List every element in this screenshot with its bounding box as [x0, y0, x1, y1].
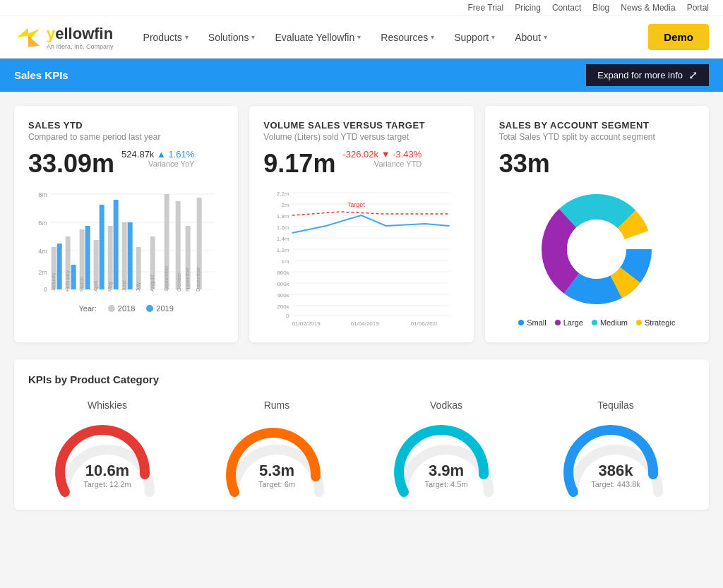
donut-svg — [533, 186, 660, 313]
rums-gauge-container: 5.3m Target: 6m — [220, 418, 333, 496]
svg-text:01/06/201!: 01/06/201! — [411, 320, 438, 327]
expand-button[interactable]: Expand for more info ⤢ — [586, 64, 709, 86]
svg-text:2m: 2m — [38, 269, 47, 276]
logo-icon — [14, 23, 42, 52]
contact-link[interactable]: Contact — [552, 3, 581, 13]
dashboard: SALES YTD Compared to same period last y… — [0, 92, 723, 524]
svg-rect-13 — [57, 244, 62, 289]
volume-sales-value: 9.17m — [263, 149, 335, 179]
product-kpis-section: KPIs by Product Category Whiskies 10.6m … — [14, 359, 709, 510]
small-dot — [518, 320, 524, 325]
line-chart-svg: 2.2m 2m 1.8m 1.6m 1.4m 1.2m 1m 800k 600k… — [263, 187, 459, 328]
top-bar: Free Trial Pricing Contact Blog News & M… — [0, 0, 723, 16]
svg-rect-21 — [114, 200, 119, 289]
svg-text:1.6m: 1.6m — [277, 224, 289, 231]
rums-gauge-value: 5.3m Target: 6m — [258, 463, 295, 488]
volume-sales-subtitle: Volume (Liters) sold YTD versus target — [263, 132, 459, 142]
svg-text:August: August — [149, 275, 155, 292]
svg-text:1.2m: 1.2m — [277, 247, 289, 253]
gauge-vodkas: Vodkas 3.9m Target: 4.5m — [367, 400, 525, 496]
year-legend-label: Year: — [79, 304, 97, 313]
medium-dot — [592, 320, 597, 325]
tequilas-gauge-svg — [559, 400, 672, 513]
svg-text:September: September — [163, 265, 169, 292]
svg-text:800k: 800k — [277, 270, 290, 276]
about-chevron-icon: ▾ — [544, 33, 547, 41]
svg-rect-20 — [108, 226, 113, 289]
volume-sales-delta: -326.02k ▼ -3.43% Variance YTD — [342, 149, 422, 168]
svg-text:Target: Target — [347, 201, 366, 208]
svg-text:October: October — [176, 272, 182, 292]
volume-sales-title: VOLUME SALES VERSUS TARGET — [263, 120, 459, 131]
nav-item-resources[interactable]: Resources ▾ — [372, 26, 443, 49]
svg-text:December: December — [195, 267, 201, 292]
gauge-rums: Rums 5.3m Target: 6m — [198, 400, 356, 496]
resources-chevron-icon: ▾ — [431, 33, 434, 41]
bar-chart-legend: Year: 2018 2019 — [28, 304, 224, 313]
svg-text:March: March — [78, 277, 85, 292]
svg-rect-19 — [100, 205, 104, 289]
kpi-cards-row: SALES YTD Compared to same period last y… — [14, 106, 709, 342]
demo-button[interactable]: Demo — [648, 24, 709, 50]
strategic-dot — [636, 320, 642, 325]
donut-chart: Small Large Medium Strategic — [499, 186, 695, 327]
evaluate-chevron-icon: ▾ — [357, 33, 361, 41]
nav-item-solutions[interactable]: Solutions ▾ — [200, 26, 264, 49]
svg-text:November: November — [184, 267, 191, 292]
svg-rect-17 — [85, 226, 90, 289]
sales-account-value: 33m — [499, 149, 550, 179]
logo[interactable]: yellowfin An Idera, Inc. Company — [14, 23, 114, 52]
large-dot — [555, 320, 561, 325]
svg-text:4m: 4m — [38, 248, 47, 255]
sales-banner: Sales KPIs Expand for more info ⤢ — [0, 59, 723, 92]
svg-text:0: 0 — [44, 286, 47, 293]
portal-link[interactable]: Portal — [687, 3, 709, 13]
gauge-row: Whiskies 10.6m Target: 12.2m Rum — [28, 400, 695, 496]
volume-sales-card: VOLUME SALES VERSUS TARGET Volume (Liter… — [249, 106, 473, 342]
svg-text:April: April — [92, 281, 99, 292]
sales-ytd-card: SALES YTD Compared to same period last y… — [14, 106, 238, 342]
svg-text:July: July — [135, 282, 141, 292]
solutions-chevron-icon: ▾ — [251, 33, 255, 41]
svg-text:8m: 8m — [38, 191, 47, 198]
sales-ytd-up-icon: ▲ — [157, 149, 168, 160]
svg-text:600k: 600k — [277, 281, 290, 287]
whiskies-gauge-container: 10.6m Target: 12.2m — [51, 418, 164, 496]
volume-line-chart: 2.2m 2m 1.8m 1.6m 1.4m 1.2m 1m 800k 600k… — [263, 187, 459, 328]
sales-ytd-value: 33.09m — [28, 149, 114, 179]
news-media-link[interactable]: News & Media — [621, 3, 675, 13]
sales-bar-chart: 8m 6m 4m 2m 0 — [28, 187, 224, 300]
svg-rect-22 — [122, 222, 127, 289]
svg-rect-15 — [71, 265, 76, 289]
logo-name: yellowfin — [47, 25, 113, 42]
banner-title: Sales KPIs — [14, 69, 68, 81]
pricing-link[interactable]: Pricing — [515, 3, 541, 13]
support-chevron-icon: ▾ — [491, 33, 495, 41]
nav-item-products[interactable]: Products ▾ — [135, 26, 197, 49]
volume-delta-label: Variance YTD — [342, 160, 422, 168]
svg-text:1.4m: 1.4m — [277, 236, 289, 242]
free-trial-link[interactable]: Free Trial — [468, 3, 504, 13]
nav-item-about[interactable]: About ▾ — [506, 26, 556, 49]
legend-medium: Medium — [592, 318, 628, 327]
donut-legend: Small Large Medium Strategic — [518, 318, 675, 327]
nav-item-evaluate[interactable]: Evaluate Yellowfin ▾ — [266, 26, 369, 49]
rums-gauge-svg — [220, 400, 333, 513]
svg-text:February: February — [64, 270, 71, 292]
tequilas-gauge-container: 386k Target: 443.8k — [559, 418, 672, 496]
blog-link[interactable]: Blog — [592, 3, 609, 13]
tequilas-gauge-value: 386k Target: 443.8k — [591, 463, 640, 488]
sales-account-title: SALES BY ACCOUNT SEGMENT — [499, 120, 695, 131]
svg-text:1.8m: 1.8m — [277, 213, 289, 220]
legend-small: Small — [518, 318, 546, 327]
svg-marker-1 — [17, 35, 40, 47]
nav-item-support[interactable]: Support ▾ — [446, 26, 503, 49]
svg-point-74 — [567, 220, 626, 279]
whiskies-gauge-value: 10.6m Target: 12.2m — [83, 463, 131, 488]
products-chevron-icon: ▾ — [185, 33, 189, 41]
sales-account-card: SALES BY ACCOUNT SEGMENT Total Sales YTD… — [485, 106, 709, 342]
sales-ytd-delta: 524.87k ▲ 1.61% Variance YoY — [121, 149, 194, 168]
whiskies-gauge-svg — [51, 400, 164, 513]
svg-text:01/02/2019: 01/02/2019 — [292, 320, 321, 327]
logo-text-area: yellowfin An Idera, Inc. Company — [47, 25, 114, 50]
